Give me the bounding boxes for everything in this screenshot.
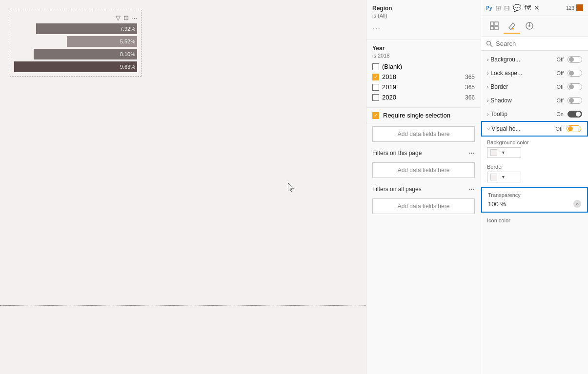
require-selection-row[interactable]: ✓ Require single selection — [366, 108, 481, 123]
require-label: Require single selection — [383, 112, 450, 119]
filters-this-page-header: Filters on this page ··· — [366, 145, 481, 159]
focus-icon[interactable]: ⊡ — [123, 14, 129, 21]
label-background: Backgrou... — [490, 56, 520, 63]
number-123: 123 — [566, 5, 574, 11]
region-filter: Region is (All) ··· — [366, 0, 481, 40]
filter-label-blank: (Blank) — [382, 63, 402, 70]
search-row — [481, 37, 588, 51]
year-filter: Year is 2018 (Blank) ✓ 2018 365 2019 365 — [366, 40, 481, 108]
format-panel: Py ⊞ ⊟ 💬 🗺 ✕ 123 › Backgrou... — [481, 0, 588, 374]
filter-item-2020[interactable]: 2020 366 — [372, 92, 475, 102]
svg-line-9 — [490, 44, 493, 47]
toggle-tooltip[interactable]: On — [556, 111, 582, 118]
filters-this-page-dots[interactable]: ··· — [468, 149, 475, 157]
svg-point-7 — [528, 25, 530, 27]
filter-icon[interactable]: ▽ — [116, 14, 121, 21]
toggle-border[interactable]: Off — [557, 83, 582, 90]
toggle-off-label-lock: Off — [557, 70, 564, 76]
bar-row-3: 8.10% — [14, 49, 137, 59]
table-icon[interactable]: ⊞ — [495, 4, 501, 12]
filters-all-pages-label: Filters on all pages — [372, 186, 422, 193]
add-fields-btn-3[interactable]: Add data fields here — [372, 198, 475, 214]
transparency-section: Transparency 100 % ○ — [481, 187, 588, 213]
format-panel-header: Py ⊞ ⊟ 💬 🗺 ✕ 123 — [481, 0, 588, 16]
bar-label-3: 8.10% — [120, 51, 135, 57]
format-row-tooltip[interactable]: › Tooltip On — [481, 107, 588, 121]
format-row-border[interactable]: › Border Off — [481, 80, 588, 94]
chart-toolbar: ▽ ⊡ ··· — [14, 14, 137, 21]
orange-badge — [576, 4, 583, 11]
settings-icon[interactable]: ✕ — [534, 4, 540, 12]
toggle-on-label-tooltip: On — [556, 111, 564, 117]
py-icon: Py — [486, 5, 492, 11]
toggle-shadow-switch[interactable] — [568, 97, 582, 104]
format-options: › Backgrou... Off › Lock aspe... Off — [481, 51, 588, 374]
format-row-lockaspect[interactable]: › Lock aspe... Off — [481, 66, 588, 80]
add-fields-btn-2[interactable]: Add data fields here — [372, 162, 475, 178]
bg-color-dropdown[interactable]: ▼ — [487, 147, 521, 158]
icon-color-label: Icon color — [487, 217, 582, 223]
bar-row-2: 5.52% — [14, 36, 137, 47]
toggle-shadow-circle — [569, 98, 574, 103]
chevron-background: › — [487, 57, 488, 62]
more-icon[interactable]: ··· — [132, 14, 137, 21]
bar-row-4: 9.63% — [14, 61, 137, 72]
checkbox-2019[interactable] — [372, 84, 379, 91]
filter-label-2018: 2018 — [382, 73, 396, 80]
add-fields-btn-1[interactable]: Add data fields here — [372, 126, 475, 142]
visual-icon[interactable]: ⊟ — [504, 4, 510, 12]
format-tab-analytics[interactable] — [521, 19, 538, 34]
format-row-visualheader[interactable]: › Visual he... Off — [481, 121, 588, 137]
toggle-background-switch[interactable] — [568, 56, 582, 63]
toggle-visualheader[interactable]: Off — [556, 125, 581, 132]
bar-1: 7.92% — [36, 23, 137, 34]
chevron-tooltip: › — [487, 112, 488, 117]
transparency-clear-btn[interactable]: ○ — [573, 200, 581, 208]
svg-point-8 — [487, 41, 491, 45]
icon-color-section: Icon color — [481, 215, 588, 226]
filter-item-2018[interactable]: ✓ 2018 365 — [372, 72, 475, 82]
filter-item-blank[interactable]: (Blank) — [372, 61, 475, 72]
filters-all-pages-dots[interactable]: ··· — [468, 185, 475, 194]
border-subsection: Border ▼ — [481, 161, 588, 185]
checkbox-2020[interactable] — [372, 94, 379, 101]
svg-rect-4 — [495, 26, 498, 30]
border-dropdown[interactable]: ▼ — [487, 172, 521, 182]
filter-count-2020: 366 — [465, 94, 475, 101]
bg-color-swatch — [490, 149, 497, 156]
toggle-border-circle — [569, 84, 574, 89]
toggle-visualheader-switch[interactable] — [567, 125, 581, 132]
transparency-value: 100 % — [488, 200, 506, 208]
chat-icon[interactable]: 💬 — [513, 4, 521, 12]
toggle-shadow[interactable]: Off — [557, 97, 582, 104]
require-checkbox[interactable]: ✓ — [372, 112, 379, 119]
toggle-lock-switch[interactable] — [568, 70, 582, 77]
chart-widget[interactable]: ▽ ⊡ ··· 7.92% 5.52% 8.10% — [10, 10, 142, 77]
filter-count-2018: 365 — [465, 74, 475, 80]
format-row-background[interactable]: › Backgrou... Off — [481, 53, 588, 66]
filter-item-2019[interactable]: 2019 365 — [372, 82, 475, 92]
bar-chart: 7.92% 5.52% 8.10% 9.63% — [14, 23, 137, 72]
year-subtitle: is 2018 — [372, 53, 475, 59]
border-arrow: ▼ — [501, 175, 506, 179]
toggle-background[interactable]: Off — [557, 56, 582, 63]
bar-3: 8.10% — [34, 49, 137, 59]
bg-color-label: Background color — [487, 139, 582, 145]
map-icon[interactable]: 🗺 — [524, 4, 531, 12]
bar-2: 5.52% — [67, 36, 137, 47]
toggle-tooltip-switch[interactable] — [568, 111, 582, 118]
toggle-lock[interactable]: Off — [557, 70, 582, 77]
label-visualheader: Visual he... — [491, 125, 520, 132]
format-row-shadow[interactable]: › Shadow Off — [481, 94, 588, 107]
format-tab-paint[interactable] — [504, 19, 520, 34]
toggle-border-switch[interactable] — [568, 83, 582, 90]
toggle-tooltip-circle — [576, 112, 581, 117]
search-input[interactable] — [496, 40, 583, 47]
format-tab-grid[interactable] — [486, 19, 503, 34]
checkbox-blank[interactable] — [372, 63, 379, 70]
mouse-cursor — [288, 183, 294, 192]
bar-label-2: 5.52% — [120, 39, 135, 44]
toggle-off-label-border: Off — [557, 84, 564, 90]
search-icon — [486, 40, 493, 47]
checkbox-2018[interactable]: ✓ — [372, 74, 379, 80]
